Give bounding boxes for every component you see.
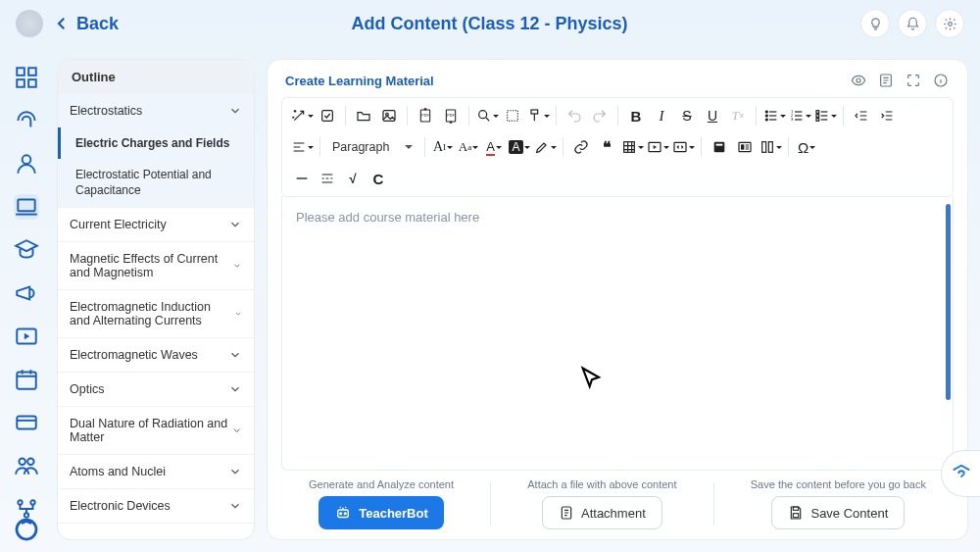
special-char-icon[interactable]: Ω	[795, 135, 818, 159]
content-panel: Create Learning Material PDF PDF	[267, 59, 968, 540]
save-label: Save the content before you go back	[751, 478, 926, 490]
chapter-label: Magnetic Effects of Current and Magnetis…	[70, 252, 232, 279]
dashboard-icon[interactable]	[14, 65, 39, 90]
checkbox-icon[interactable]	[316, 104, 339, 127]
chapter-item[interactable]: Electrostatics	[58, 94, 254, 127]
fingerprint-icon[interactable]	[14, 108, 39, 133]
page-title: Add Content (Class 12 - Physics)	[119, 14, 860, 34]
align-icon[interactable]	[290, 135, 314, 159]
scrollbar[interactable]	[946, 204, 951, 400]
info-icon[interactable]	[932, 72, 950, 89]
chapter-item[interactable]: Magnetic Effects of Current and Magnetis…	[58, 242, 254, 289]
pdf-import-icon[interactable]: PDF	[439, 104, 463, 127]
chapter-item[interactable]: Dual Nature of Radiation and Matter	[58, 407, 254, 454]
redo-icon[interactable]	[588, 104, 612, 127]
select-all-icon[interactable]	[501, 104, 524, 127]
lightbulb-icon[interactable]	[860, 9, 890, 38]
svg-point-30	[765, 115, 767, 117]
hr-icon[interactable]	[290, 167, 314, 190]
topic-item[interactable]: Electrostatic Potential and Capacitance	[58, 159, 254, 206]
pdf-export-icon[interactable]: PDF	[414, 104, 437, 127]
clear-format-icon[interactable]: T×	[726, 104, 750, 127]
help-fab[interactable]	[941, 450, 980, 497]
chapter-item[interactable]: Atoms and Nuclei	[58, 455, 254, 488]
card-icon[interactable]	[14, 410, 39, 435]
chapter-item[interactable]: Electromagnetic Waves	[58, 338, 254, 372]
formula-icon[interactable]: √	[341, 167, 365, 190]
save-icon	[788, 505, 804, 521]
widget2-icon[interactable]	[733, 135, 757, 159]
checklist-icon[interactable]	[813, 104, 837, 127]
chevron-down-icon	[228, 218, 242, 231]
table-icon[interactable]	[620, 135, 644, 159]
paragraph-select[interactable]: Paragraph	[326, 135, 418, 159]
svg-point-26	[478, 111, 486, 119]
attachment-button[interactable]: Attachment	[542, 496, 662, 529]
expand-icon[interactable]	[905, 72, 922, 89]
svg-rect-6	[18, 199, 34, 211]
svg-rect-46	[761, 142, 765, 153]
columns-icon[interactable]	[759, 135, 782, 159]
svg-rect-2	[28, 68, 36, 75]
chevron-down-icon	[228, 465, 242, 478]
media-icon[interactable]	[646, 135, 669, 159]
outdent-icon[interactable]	[850, 104, 873, 127]
back-button[interactable]: Back	[53, 14, 119, 34]
font-color-icon[interactable]: A	[482, 135, 506, 159]
indent-icon[interactable]	[875, 104, 899, 127]
underline-icon[interactable]: U	[701, 104, 724, 127]
megaphone-icon[interactable]	[14, 280, 39, 306]
highlight-color-icon[interactable]: A	[508, 135, 531, 159]
marker-icon[interactable]	[533, 135, 557, 159]
teacherbot-button[interactable]: TeacherBot	[318, 496, 444, 529]
bell-icon[interactable]	[898, 9, 927, 38]
save-button[interactable]: Save Content	[771, 496, 905, 529]
blockquote-icon[interactable]: ❝	[595, 135, 618, 159]
magic-icon[interactable]	[290, 104, 314, 127]
editor-area[interactable]: Please add course material here	[281, 196, 954, 471]
chapter-item[interactable]: Optics	[58, 373, 254, 406]
embed-icon[interactable]	[671, 135, 695, 159]
font-case-icon[interactable]: Aa	[457, 135, 480, 159]
format-painter-icon[interactable]	[526, 104, 550, 127]
chapter-item[interactable]: Electronic Devices	[58, 489, 254, 523]
svg-rect-9	[17, 372, 36, 388]
find-icon[interactable]	[475, 104, 499, 127]
italic-icon[interactable]: I	[650, 104, 673, 127]
chapter-label: Electromagnetic Induction and Alternatin…	[70, 300, 234, 327]
paragraph-label: Paragraph	[332, 140, 389, 154]
undo-icon[interactable]	[563, 104, 586, 127]
folder-icon[interactable]	[352, 104, 375, 127]
widget1-icon[interactable]	[708, 135, 731, 159]
strikethrough-icon[interactable]: S	[675, 104, 699, 127]
preview-icon[interactable]	[850, 72, 867, 89]
user-icon[interactable]	[14, 151, 39, 176]
group-icon[interactable]	[14, 453, 39, 478]
chapter-item[interactable]: Electromagnetic Induction and Alternatin…	[58, 290, 254, 337]
pagebreak-icon[interactable]	[316, 167, 339, 190]
chevron-down-icon	[232, 259, 242, 273]
chemistry-icon[interactable]: C	[367, 167, 390, 190]
svg-marker-40	[653, 145, 656, 149]
link-icon[interactable]	[569, 135, 593, 159]
student-icon[interactable]	[14, 237, 39, 263]
image-icon[interactable]	[377, 104, 401, 127]
bullet-list-icon[interactable]	[762, 104, 786, 127]
svg-rect-27	[508, 111, 518, 122]
avatar[interactable]	[16, 10, 43, 37]
numbered-list-icon[interactable]: 123	[788, 104, 811, 127]
svg-text:PDF: PDF	[447, 114, 455, 118]
play-icon[interactable]	[14, 324, 39, 349]
chapter-label: Electromagnetic Waves	[70, 348, 198, 362]
svg-rect-19	[322, 111, 333, 122]
notes-icon[interactable]	[877, 72, 895, 89]
topic-item[interactable]: Electric Charges and Fields	[58, 127, 254, 159]
svg-point-16	[857, 78, 860, 82]
calendar-icon[interactable]	[14, 367, 39, 392]
gear-icon[interactable]	[935, 9, 964, 38]
chapter-item[interactable]: Current Electricity	[58, 208, 254, 241]
bold-icon[interactable]: B	[624, 104, 648, 127]
font-size-icon[interactable]: AI	[431, 135, 455, 159]
laptop-icon[interactable]	[14, 194, 39, 220]
sidebar	[0, 47, 53, 552]
